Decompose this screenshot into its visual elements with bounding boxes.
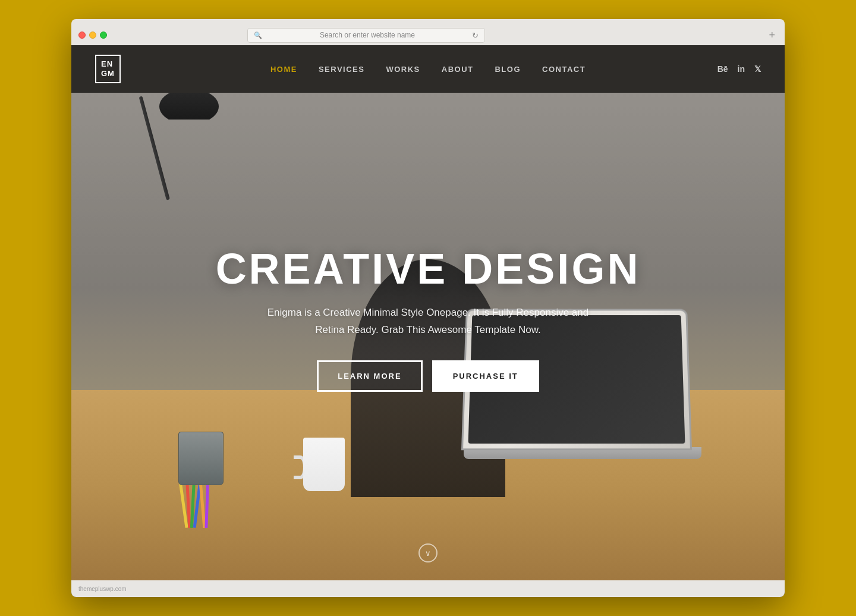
address-bar[interactable]: 🔍 Search or enter website name ↻ [247, 28, 485, 43]
pencil-cup-body [178, 432, 224, 485]
behance-icon[interactable]: Bē [717, 64, 728, 74]
website-content: EN GM HOME SERVICES WORKS ABOUT BLOG CON… [71, 45, 785, 597]
mug [303, 432, 351, 491]
hero-buttons: LEARN MORE PURCHASE IT [216, 360, 641, 392]
browser-chrome-inner: 🔍 Search or enter website name ↻ + [78, 28, 778, 43]
traffic-lights [78, 32, 107, 39]
maximize-button[interactable] [100, 32, 107, 39]
nav-home[interactable]: HOME [270, 65, 297, 74]
hero-content: CREATIVE DESIGN Enigma is a Creative Min… [192, 246, 665, 392]
reload-icon[interactable]: ↻ [472, 31, 479, 40]
close-button[interactable] [78, 32, 86, 39]
lamp-head [159, 93, 219, 120]
new-tab-button[interactable]: + [766, 29, 778, 42]
scroll-indicator[interactable]: ∨ [418, 543, 438, 562]
logo-text: EN GM [101, 59, 115, 78]
linkedin-icon[interactable]: in [738, 64, 745, 74]
logo[interactable]: EN GM [95, 55, 121, 83]
hero-title: CREATIVE DESIGN [216, 246, 641, 293]
hero-section: CREATIVE DESIGN Enigma is a Creative Min… [71, 93, 785, 580]
bottom-bar: themepluswp.com [71, 580, 785, 597]
nav-contact[interactable]: CONTACT [542, 65, 586, 74]
nav-about[interactable]: ABOUT [442, 65, 474, 74]
browser-chrome: 🔍 Search or enter website name ↻ + [71, 19, 785, 45]
search-icon: 🔍 [254, 32, 262, 39]
social-links: Bē in 𝕏 [717, 64, 761, 74]
learn-more-button[interactable]: LEARN MORE [317, 360, 422, 392]
navbar: EN GM HOME SERVICES WORKS ABOUT BLOG CON… [71, 45, 785, 93]
minimize-button[interactable] [89, 32, 96, 39]
nav-works[interactable]: WORKS [386, 65, 420, 74]
nav-services[interactable]: SERVICES [319, 65, 365, 74]
address-bar-text: Search or enter website name [266, 31, 468, 39]
browser-window: 🔍 Search or enter website name ↻ + EN GM… [71, 19, 785, 597]
pencil-cup [178, 414, 226, 485]
nav-blog[interactable]: BLOG [495, 65, 521, 74]
twitter-icon[interactable]: 𝕏 [754, 64, 761, 74]
watermark-text: themepluswp.com [78, 586, 127, 592]
chevron-down-icon: ∨ [425, 549, 431, 558]
mug-body [303, 438, 345, 491]
purchase-button[interactable]: PURCHASE IT [432, 360, 539, 392]
hero-subtitle: Enigma is a Creative Minimal Style Onepa… [262, 304, 594, 339]
nav-links: HOME SERVICES WORKS ABOUT BLOG CONTACT [270, 65, 586, 74]
